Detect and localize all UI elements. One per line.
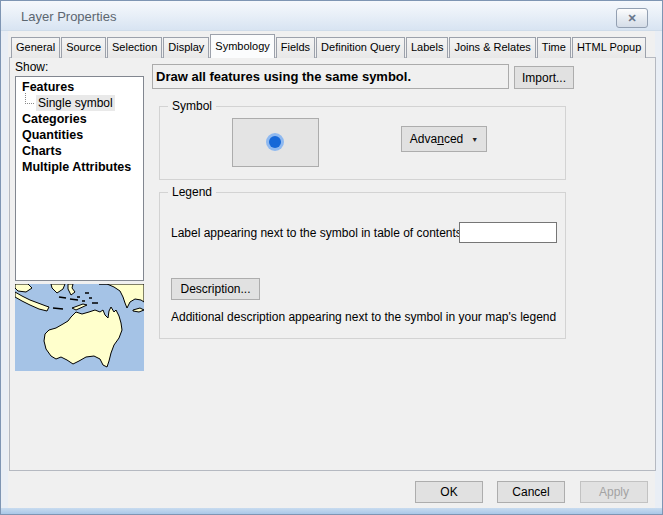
- toc-label-text: Label appearing next to the symbol in ta…: [171, 226, 465, 240]
- tab-display[interactable]: Display: [163, 37, 209, 58]
- tree-item-charts[interactable]: Charts: [16, 143, 143, 159]
- map-preview-image: [15, 284, 144, 371]
- tab-general[interactable]: General: [11, 37, 60, 58]
- tab-time[interactable]: Time: [537, 37, 571, 58]
- tree-item-categories[interactable]: Categories: [16, 111, 143, 127]
- description-button[interactable]: Description...: [171, 278, 260, 300]
- tab-labels[interactable]: Labels: [406, 37, 448, 58]
- legend-groupbox: Legend Label appearing next to the symbo…: [159, 192, 566, 339]
- tab-selection[interactable]: Selection: [107, 37, 162, 58]
- apply-button[interactable]: Apply: [580, 481, 648, 503]
- map-preview: [15, 284, 144, 371]
- tab-definition-query[interactable]: Definition Query: [316, 37, 405, 58]
- advanced-label-pre: Adva: [410, 132, 437, 146]
- symbol-groupbox: Symbol Advanced ▼: [159, 106, 566, 180]
- renderer-description-box: Draw all features using the same symbol.: [152, 64, 509, 89]
- dropdown-arrow-icon: ▼: [471, 136, 478, 143]
- renderer-tree: Features Single symbol Categories Quanti…: [15, 76, 144, 281]
- window-title: Layer Properties: [21, 9, 116, 24]
- cancel-button[interactable]: Cancel: [497, 481, 565, 503]
- tab-fields[interactable]: Fields: [276, 37, 315, 58]
- layer-properties-dialog: Layer Properties ✕ General Source Select…: [0, 0, 663, 515]
- import-button[interactable]: Import...: [514, 66, 574, 89]
- tree-item-quantities[interactable]: Quantities: [16, 127, 143, 143]
- title-bar[interactable]: Layer Properties ✕: [1, 1, 662, 31]
- ok-button[interactable]: OK: [415, 481, 483, 503]
- window-frame-bottom: [1, 508, 662, 514]
- toc-label-input[interactable]: [459, 222, 557, 243]
- advanced-dropdown-button[interactable]: Advanced ▼: [401, 126, 487, 152]
- show-label: Show:: [15, 60, 48, 74]
- tab-symbology[interactable]: Symbology: [210, 34, 274, 58]
- additional-description-text: Additional description appearing next to…: [171, 310, 556, 324]
- tree-item-label: Single symbol: [36, 95, 115, 111]
- symbol-preview-button[interactable]: [232, 118, 319, 167]
- tree-connector-icon: [25, 93, 34, 104]
- tree-item-features[interactable]: Features: [16, 79, 143, 95]
- tab-html-popup[interactable]: HTML Popup: [572, 37, 646, 58]
- window-frame-left: [1, 31, 8, 514]
- legend-group-title: Legend: [168, 185, 216, 199]
- advanced-label-mnemonic: n: [437, 132, 444, 146]
- advanced-label-post: ced: [444, 132, 463, 146]
- symbol-group-title: Symbol: [168, 99, 216, 113]
- tab-source[interactable]: Source: [61, 37, 106, 58]
- close-icon: ✕: [627, 12, 636, 24]
- close-button[interactable]: ✕: [616, 8, 648, 28]
- window-frame-right: [655, 31, 662, 514]
- tree-item-multiple-attributes[interactable]: Multiple Attributes: [16, 159, 143, 175]
- point-symbol-icon: [233, 119, 318, 166]
- tab-joins-relates[interactable]: Joins & Relates: [449, 37, 535, 58]
- tree-item-single-symbol[interactable]: Single symbol: [16, 95, 143, 111]
- tab-bar: General Source Selection Display Symbolo…: [11, 35, 647, 58]
- renderer-description: Draw all features using the same symbol.: [156, 69, 411, 84]
